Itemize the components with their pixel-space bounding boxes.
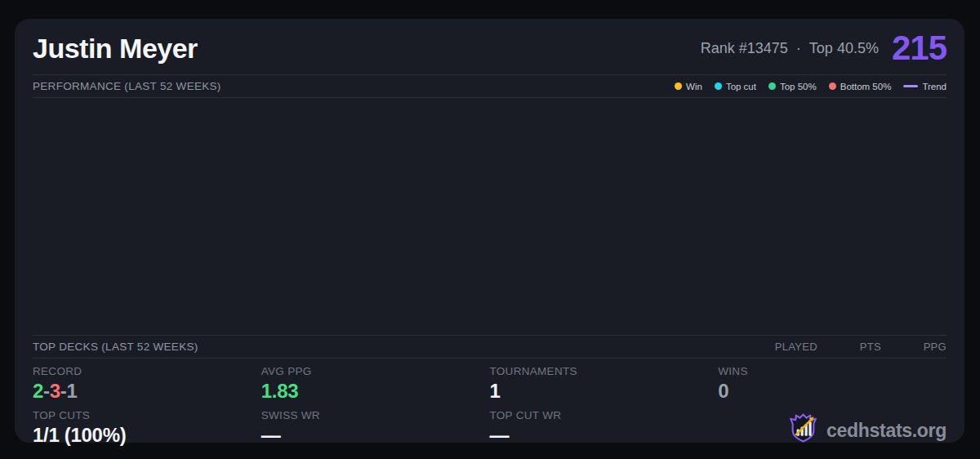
legend-label: Win <box>686 82 702 91</box>
top-50-dot-icon <box>768 82 776 90</box>
rank-separator: · <box>796 40 801 57</box>
header-right: Rank #13475 · Top 40.5% 215 <box>701 29 947 68</box>
legend-item-trend: Trend <box>903 82 947 91</box>
legend-item-win: Win <box>675 82 702 91</box>
points-value: 215 <box>892 29 947 68</box>
performance-chart <box>33 98 947 335</box>
performance-section-header: PERFORMANCE (LAST 52 WEEKS) Win Top cut … <box>33 74 947 98</box>
trend-line-icon <box>903 85 918 87</box>
avg-ppg-value: 1.83 <box>261 380 490 403</box>
column-header-played: PLAYED <box>744 341 817 353</box>
stat-label: WINS <box>718 365 947 377</box>
top-cut-wr-value: — <box>490 424 719 447</box>
stats-grid: RECORD 2-3-1 AVG PPG 1.83 TOURNAMENTS 1 … <box>33 359 947 447</box>
legend-item-top-50: Top 50% <box>768 82 817 91</box>
top-decks-column-headers: PLAYED PTS PPG <box>744 341 947 353</box>
rank-text: Rank #13475 <box>701 40 788 57</box>
stat-record: RECORD 2-3-1 <box>33 359 261 403</box>
record-separator: - <box>43 380 50 402</box>
top-decks-title: TOP DECKS (LAST 52 WEEKS) <box>33 341 198 353</box>
record-separator: - <box>60 380 67 402</box>
stat-top-cuts: TOP CUTS 1/1 (100%) <box>33 403 261 447</box>
stat-top-cut-wr: TOP CUT WR — <box>490 403 719 447</box>
stat-label: TOP CUT WR <box>490 409 719 421</box>
tournaments-value: 1 <box>490 380 719 403</box>
card-header: Justin Meyer Rank #13475 · Top 40.5% 215 <box>33 19 947 74</box>
top-decks-section-header: TOP DECKS (LAST 52 WEEKS) PLAYED PTS PPG <box>33 335 947 359</box>
wins-value: 0 <box>718 380 947 403</box>
top-cuts-value: 1/1 (100%) <box>33 424 261 447</box>
stat-swiss-wr: SWISS WR — <box>261 403 490 447</box>
legend-label: Top 50% <box>780 82 817 91</box>
record-wins: 2 <box>33 380 43 402</box>
stat-avg-ppg: AVG PPG 1.83 <box>261 359 490 403</box>
bar-chart-shield-icon <box>788 413 818 443</box>
stat-label: SWISS WR <box>261 409 490 421</box>
legend-label: Trend <box>922 82 947 91</box>
bottom-50-dot-icon <box>829 82 836 90</box>
stat-label: TOURNAMENTS <box>490 365 719 377</box>
legend-label: Bottom 50% <box>840 82 892 91</box>
record-value: 2-3-1 <box>33 380 261 403</box>
legend-label: Top cut <box>726 82 756 91</box>
win-dot-icon <box>675 82 682 90</box>
performance-title: PERFORMANCE (LAST 52 WEEKS) <box>33 80 221 92</box>
stat-wins: WINS 0 <box>718 359 947 403</box>
stat-label: RECORD <box>33 365 261 377</box>
chart-legend: Win Top cut Top 50% Bottom 50% Trend <box>675 82 947 91</box>
record-draws: 1 <box>67 380 78 402</box>
column-header-ppg: PPG <box>881 341 947 353</box>
player-stats-card: Justin Meyer Rank #13475 · Top 40.5% 215… <box>15 19 964 443</box>
record-losses: 3 <box>50 380 60 402</box>
site-name: cedhstats.org <box>826 419 947 443</box>
column-header-pts: PTS <box>817 341 881 353</box>
stat-label: TOP CUTS <box>33 409 261 421</box>
player-name: Justin Meyer <box>33 33 198 65</box>
legend-item-bottom-50: Bottom 50% <box>829 82 892 91</box>
branding: cedhstats.org <box>718 403 947 447</box>
top-percent-text: Top 40.5% <box>809 40 879 57</box>
top-cut-dot-icon <box>715 82 722 90</box>
rank-line: Rank #13475 · Top 40.5% <box>701 40 879 57</box>
swiss-wr-value: — <box>261 424 490 447</box>
stat-label: AVG PPG <box>261 365 490 377</box>
legend-item-top-cut: Top cut <box>715 82 756 91</box>
stat-tournaments: TOURNAMENTS 1 <box>490 359 719 403</box>
